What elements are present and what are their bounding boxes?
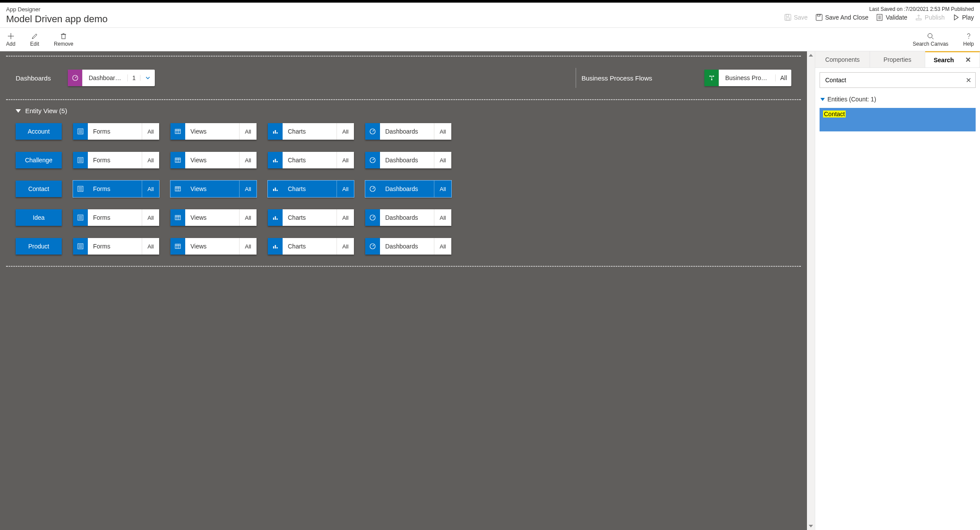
add-button[interactable]: Add — [6, 32, 15, 47]
entity-chip[interactable]: Account — [16, 123, 62, 140]
asset-label: Dashboards — [380, 238, 434, 255]
svg-rect-55 — [275, 188, 276, 191]
bpf-tile[interactable]: Business Proces… All — [704, 70, 791, 86]
bpf-tile-count: All — [775, 74, 791, 81]
dashboards-tile[interactable]: Dashboards 1 — [68, 70, 155, 86]
forms-tile[interactable]: FormsAll — [73, 238, 159, 255]
grid-icon — [170, 181, 185, 197]
asset-all-label: All — [434, 181, 451, 197]
entity-chip[interactable]: Challenge — [16, 152, 62, 168]
canvas[interactable]: Dashboards Dashboards 1 Business Proc — [0, 51, 807, 530]
tab-components[interactable]: Components — [815, 51, 870, 67]
forms-tile[interactable]: FormsAll — [73, 152, 159, 168]
svg-line-16 — [932, 37, 933, 39]
svg-rect-67 — [275, 216, 276, 220]
entity-chip[interactable]: Contact — [16, 181, 62, 197]
save-and-close-button[interactable]: Save And Close — [816, 14, 869, 21]
bpf-section-label: Business Process Flows — [581, 74, 652, 82]
scroll-down-icon[interactable] — [809, 525, 813, 527]
remove-button[interactable]: Remove — [54, 32, 73, 47]
entity-chip[interactable]: Product — [16, 238, 62, 255]
dashboards-tile[interactable]: DashboardsAll — [365, 238, 451, 255]
help-button[interactable]: Help — [963, 32, 974, 47]
svg-point-15 — [928, 34, 932, 38]
asset-all-label: All — [239, 181, 257, 197]
edit-button[interactable]: Edit — [30, 32, 39, 47]
chevron-down-icon[interactable] — [140, 75, 155, 81]
charts-tile[interactable]: ChartsAll — [268, 238, 354, 255]
charts-tile[interactable]: ChartsAll — [268, 152, 354, 168]
svg-rect-44 — [277, 161, 278, 162]
clear-search-icon[interactable]: ✕ — [966, 76, 971, 84]
views-tile[interactable]: ViewsAll — [170, 152, 257, 168]
views-tile[interactable]: ViewsAll — [170, 238, 257, 255]
search-results-header[interactable]: Entities (Count: 1) — [815, 92, 980, 106]
asset-label: Forms — [88, 209, 142, 226]
gauge-icon — [365, 123, 380, 140]
save-button: Save — [784, 14, 808, 21]
search-result-item[interactable]: Contact — [820, 108, 976, 131]
asset-all-label: All — [142, 238, 159, 255]
form-icon — [73, 181, 88, 197]
dashboards-tile-count: 1 — [127, 74, 140, 81]
publish-icon — [915, 14, 922, 21]
asset-label: Forms — [88, 152, 142, 168]
search-input[interactable] — [820, 72, 976, 88]
grid-icon — [170, 152, 185, 168]
svg-rect-30 — [273, 131, 274, 134]
svg-rect-42 — [273, 160, 274, 162]
asset-label: Views — [185, 238, 239, 255]
forms-tile[interactable]: FormsAll — [73, 123, 159, 140]
svg-rect-3 — [816, 14, 822, 20]
canvas-scrollbar[interactable] — [807, 51, 815, 530]
svg-rect-9 — [916, 19, 921, 20]
save-icon — [784, 14, 791, 21]
grid-icon — [170, 123, 185, 140]
validate-icon — [876, 14, 883, 21]
dashboards-tile[interactable]: DashboardsAll — [365, 181, 451, 197]
dashboards-tile[interactable]: DashboardsAll — [365, 152, 451, 168]
svg-rect-50 — [175, 187, 180, 191]
save-close-icon — [816, 14, 823, 21]
play-button[interactable]: Play — [953, 14, 974, 21]
gauge-icon — [365, 181, 380, 197]
gauge-icon — [365, 238, 380, 255]
svg-rect-12 — [62, 34, 65, 39]
asset-label: Dashboards — [380, 209, 434, 226]
close-icon[interactable]: ✕ — [965, 56, 971, 64]
dashboards-tile[interactable]: DashboardsAll — [365, 123, 451, 140]
asset-label: Forms — [88, 238, 142, 255]
views-tile[interactable]: ViewsAll — [170, 209, 257, 226]
validate-button[interactable]: Validate — [876, 14, 907, 21]
plus-icon — [7, 32, 15, 40]
asset-label: Views — [185, 209, 239, 226]
entity-row: IdeaFormsAllViewsAllChartsAllDashboardsA… — [16, 209, 791, 226]
gauge-icon — [365, 152, 380, 168]
views-tile[interactable]: ViewsAll — [170, 123, 257, 140]
bar-chart-icon — [268, 238, 283, 255]
tab-properties[interactable]: Properties — [870, 51, 925, 67]
asset-all-label: All — [337, 181, 354, 197]
entity-row: ProductFormsAllViewsAllChartsAllDashboar… — [16, 238, 791, 255]
bar-chart-icon — [268, 152, 283, 168]
forms-tile[interactable]: FormsAll — [73, 209, 159, 226]
charts-tile[interactable]: ChartsAll — [268, 209, 354, 226]
asset-all-label: All — [434, 209, 451, 226]
entity-chip[interactable]: Idea — [16, 209, 62, 226]
tab-search[interactable]: Search ✕ — [925, 51, 980, 67]
pencil-icon — [31, 32, 39, 40]
asset-label: Dashboards — [380, 123, 434, 140]
scroll-up-icon[interactable] — [809, 54, 813, 57]
views-tile[interactable]: ViewsAll — [170, 181, 257, 197]
entity-row: ContactFormsAllViewsAllChartsAllDashboar… — [16, 181, 791, 197]
charts-tile[interactable]: ChartsAll — [268, 123, 354, 140]
form-icon — [73, 238, 88, 255]
entity-view-toggle[interactable]: Entity View (5) — [6, 100, 801, 119]
page-title: Model Driven app demo — [6, 13, 108, 25]
search-canvas-button[interactable]: Search Canvas — [913, 32, 948, 47]
asset-label: Charts — [283, 181, 337, 197]
asset-all-label: All — [337, 209, 354, 226]
charts-tile[interactable]: ChartsAll — [268, 181, 354, 197]
dashboards-tile[interactable]: DashboardsAll — [365, 209, 451, 226]
forms-tile[interactable]: FormsAll — [73, 181, 159, 197]
